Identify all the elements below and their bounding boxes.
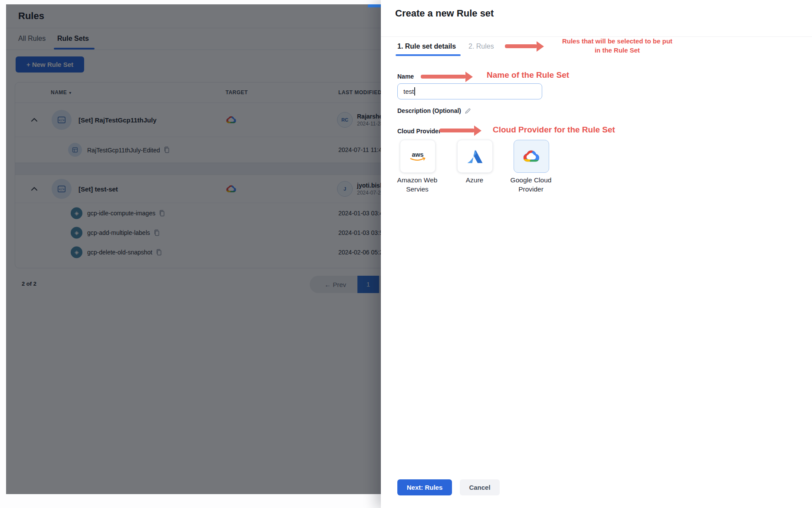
create-rule-set-drawer: Create a new Rule set 1. Rule set detail… xyxy=(381,0,812,508)
modal-overlay[interactable] xyxy=(6,4,381,494)
provider-card-azure[interactable] xyxy=(457,140,493,173)
provider-card-aws[interactable]: aws xyxy=(400,140,435,173)
svg-text:aws: aws xyxy=(412,151,423,158)
provider-card-gcp[interactable] xyxy=(514,140,549,173)
annotation-cloud-note: Cloud Provider for the Rule Set xyxy=(493,125,615,135)
name-input[interactable]: test xyxy=(397,83,542,99)
cloud-provider-label: Cloud Provider xyxy=(397,128,441,135)
annotation-arrow xyxy=(439,129,475,132)
name-input-value: test xyxy=(403,88,414,95)
provider-label-gcp: Google CloudProvider xyxy=(496,175,566,194)
azure-logo-icon xyxy=(467,149,483,164)
annotation-step-note: Rules that will be selected to be put in… xyxy=(524,36,710,55)
drawer-title: Create a new Rule set xyxy=(395,8,494,19)
screen: Rules All Rules Rule Sets + New Rule Set… xyxy=(0,0,812,508)
active-step-underline xyxy=(396,54,461,56)
annotation-arrow xyxy=(421,75,466,79)
description-label: Description (Optional) xyxy=(397,107,471,114)
annotation-name-note: Name of the Rule Set xyxy=(487,70,569,80)
edit-pencil-icon[interactable] xyxy=(465,108,471,114)
name-label: Name xyxy=(397,73,414,80)
step-tab-rules[interactable]: 2. Rules xyxy=(468,43,494,50)
text-caret xyxy=(414,87,415,96)
cancel-button[interactable]: Cancel xyxy=(460,479,500,495)
aws-logo-icon: aws xyxy=(407,149,429,163)
step-tab-rule-set-details[interactable]: 1. Rule set details xyxy=(397,43,456,50)
google-cloud-logo-icon xyxy=(522,149,540,164)
next-rules-button[interactable]: Next: Rules xyxy=(397,479,452,495)
